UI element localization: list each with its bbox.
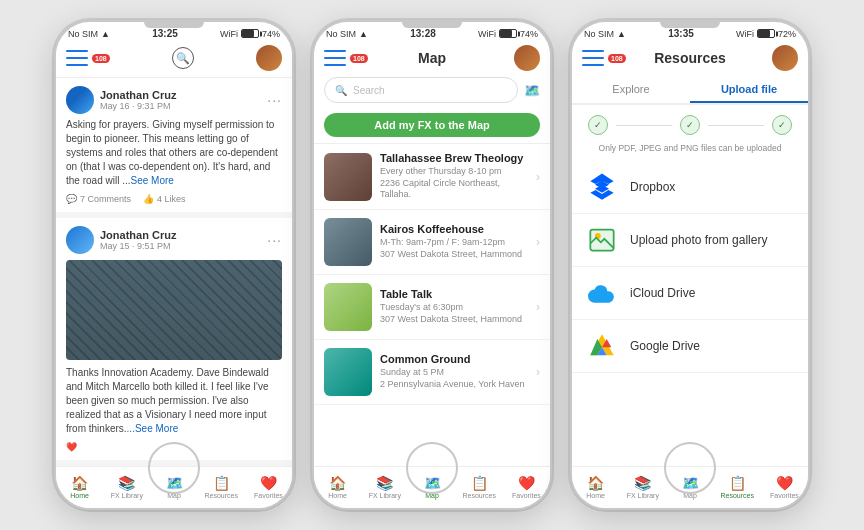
avatar-1[interactable] [256, 45, 282, 71]
option-dropbox[interactable]: Dropbox [572, 161, 808, 214]
carrier-3: No SIM [584, 29, 614, 39]
search-icon[interactable]: 🔍 [172, 47, 194, 69]
nav-map-1[interactable]: 🗺️ Map [150, 471, 197, 502]
time-2: 13:28 [410, 28, 436, 39]
nav-favorites-3[interactable]: ❤️ Favorites [761, 471, 808, 502]
step-1: ✓ [588, 115, 608, 135]
nav-resources-3[interactable]: 📋 Resources [714, 471, 761, 502]
wifi-icon-3: WiFi [736, 29, 754, 39]
nav-fxlib-2[interactable]: 📚 FX Library [361, 471, 408, 502]
resources-title: Resources [654, 50, 726, 66]
carrier-2: No SIM [326, 29, 356, 39]
phone-feed: No SIM ▲ 13:25 WiFi 74% 108 🔍 [54, 20, 294, 510]
status-bar-1: No SIM ▲ 13:25 WiFi 74% [56, 22, 292, 41]
menu-icon-3[interactable] [582, 50, 604, 66]
map-item-info-0: Tallahassee Brew Theology Every other Th… [380, 152, 528, 201]
nav-favorites-1[interactable]: ❤️ Favorites [245, 471, 292, 502]
nav-home-1[interactable]: 🏠 Home [56, 471, 103, 502]
tab-upload[interactable]: Upload file [690, 77, 808, 103]
upload-steps: ✓ ✓ ✓ [572, 105, 808, 141]
chevron-icon-2: › [536, 300, 540, 314]
post-name-2: Jonathan Cruz [100, 229, 176, 241]
step-2: ✓ [680, 115, 700, 135]
nav-resources-2[interactable]: 📋 Resources [456, 471, 503, 502]
bottom-nav-2: 🏠 Home 📚 FX Library 🗺️ Map 📋 Resources ❤… [314, 466, 550, 508]
gdrive-icon [586, 330, 618, 362]
map-item-0[interactable]: Tallahassee Brew Theology Every other Th… [314, 144, 550, 210]
map-thumb-3 [324, 348, 372, 396]
map-header: 108 Map 🔍 Search 🗺️ Add my FX to the Map [314, 41, 550, 144]
wifi-icon-2: WiFi [478, 29, 496, 39]
map-list: Tallahassee Brew Theology Every other Th… [314, 144, 550, 466]
see-more-2[interactable]: ...See More [127, 423, 179, 434]
carrier-1: No SIM [68, 29, 98, 39]
step-line-2 [708, 125, 764, 126]
chevron-icon-1: › [536, 235, 540, 249]
search-placeholder: Search [353, 85, 385, 96]
phone-map: No SIM ▲ 13:28 WiFi 74% 108 Map [312, 20, 552, 510]
notification-badge-2: 108 [350, 54, 368, 63]
avatar-3[interactable] [772, 45, 798, 71]
time-3: 13:35 [668, 28, 694, 39]
bottom-nav-3: 🏠 Home 📚 FX Library 🗺️ Map 📋 Resources ❤… [572, 466, 808, 508]
map-item-info-3: Common Ground Sunday at 5 PM 2 Pennsylva… [380, 353, 528, 390]
bottom-nav-1: 🏠 Home 📚 FX Library 🗺️ Map 📋 Resources ❤… [56, 466, 292, 508]
map-item-1[interactable]: Kairos Koffeehouse M-Th: 9am-7pm / F: 9a… [314, 210, 550, 275]
battery-1: 74% [262, 29, 280, 39]
tab-explore[interactable]: Explore [572, 77, 690, 103]
nav-resources-1[interactable]: 📋 Resources [198, 471, 245, 502]
add-map-button[interactable]: Add my FX to the Map [324, 113, 540, 137]
post-more-2[interactable]: ··· [267, 232, 282, 248]
chevron-icon-3: › [536, 365, 540, 379]
nav-home-3[interactable]: 🏠 Home [572, 471, 619, 502]
phone-resources: No SIM ▲ 13:35 WiFi 72% 108 Resources [570, 20, 810, 510]
nav-fxlib-1[interactable]: 📚 FX Library [103, 471, 150, 502]
map-thumb-2 [324, 283, 372, 331]
post-name-1: Jonathan Cruz [100, 89, 176, 101]
see-more-1[interactable]: See More [130, 175, 173, 186]
map-item-info-1: Kairos Koffeehouse M-Th: 9am-7pm / F: 9a… [380, 223, 528, 260]
search-box-map[interactable]: 🔍 Search [324, 77, 518, 103]
post-avatar-1 [66, 86, 94, 114]
menu-icon[interactable] [66, 50, 88, 66]
map-item-info-2: Table Talk Tuesday's at 6:30pm 307 West … [380, 288, 528, 325]
nav-home-2[interactable]: 🏠 Home [314, 471, 361, 502]
time-1: 13:25 [152, 28, 178, 39]
post-date-1: May 16 · 9:31 PM [100, 101, 176, 111]
post-more-1[interactable]: ··· [267, 92, 282, 108]
notification-badge-3: 108 [608, 54, 626, 63]
nav-map-3[interactable]: 🗺️ Map [666, 471, 713, 502]
gallery-icon [586, 224, 618, 256]
menu-icon-2[interactable] [324, 50, 346, 66]
resources-tabs: Explore Upload file [572, 77, 808, 104]
map-item-2[interactable]: Table Talk Tuesday's at 6:30pm 307 West … [314, 275, 550, 340]
avatar-2[interactable] [514, 45, 540, 71]
nav-fxlib-3[interactable]: 📚 FX Library [619, 471, 666, 502]
nav-favorites-2[interactable]: ❤️ Favorites [503, 471, 550, 502]
dropbox-icon [586, 171, 618, 203]
post-date-2: May 15 · 9:51 PM [100, 241, 176, 251]
map-title: Map [418, 50, 446, 66]
signal-icon: ▲ [101, 29, 110, 39]
step-line-1 [616, 125, 672, 126]
option-gallery[interactable]: Upload photo from gallery [572, 214, 808, 267]
feed-post-1: Jonathan Cruz May 16 · 9:31 PM ··· Askin… [56, 78, 292, 212]
post-text-2: Thanks Innovation Academy. Dave Bindewal… [66, 366, 282, 436]
option-icloud[interactable]: iCloud Drive [572, 267, 808, 320]
option-gdrive[interactable]: Google Drive [572, 320, 808, 373]
comments-1[interactable]: 💬 7 Comments [66, 194, 131, 204]
gallery-label: Upload photo from gallery [630, 233, 767, 247]
step-3: ✓ [772, 115, 792, 135]
nav-map-2[interactable]: 🗺️ Map [408, 471, 455, 502]
map-thumb-0 [324, 153, 372, 201]
icloud-icon [586, 277, 618, 309]
battery-2: 74% [520, 29, 538, 39]
likes-1[interactable]: 👍 4 Likes [143, 194, 186, 204]
map-item-3[interactable]: Common Ground Sunday at 5 PM 2 Pennsylva… [314, 340, 550, 405]
like-2[interactable]: ❤️ [66, 442, 77, 452]
gdrive-label: Google Drive [630, 339, 700, 353]
status-bar-3: No SIM ▲ 13:35 WiFi 72% [572, 22, 808, 41]
map-view-icon[interactable]: 🗺️ [524, 83, 540, 98]
wifi-icon: WiFi [220, 29, 238, 39]
notification-badge-1: 108 [92, 54, 110, 63]
